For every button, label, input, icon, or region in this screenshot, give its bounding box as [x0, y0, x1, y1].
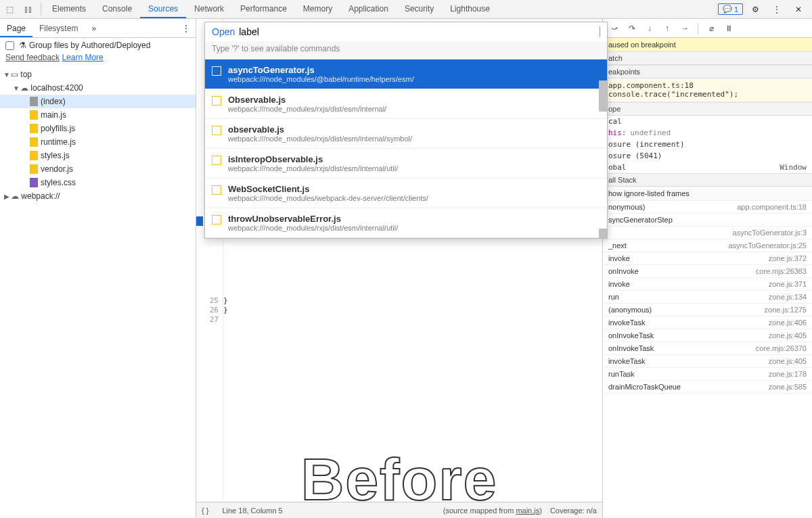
- file-icon: [212, 66, 221, 76]
- group-files-row: ⚗ Group files by Authored/Deployed: [0, 38, 196, 53]
- scope-closure[interactable]: osure (increment): [603, 139, 812, 150]
- file-icon: [30, 151, 38, 160]
- section-call-stack[interactable]: all Stack: [603, 173, 812, 187]
- scope-closure[interactable]: osure (5041): [603, 150, 812, 162]
- file-icon: [30, 97, 38, 106]
- devtools-topbar: ⬚ ⫿⫿ ElementsConsoleSourcesNetworkPerfor…: [0, 0, 812, 19]
- pause-banner: aused on breakpoint: [603, 38, 812, 51]
- call-stack-frame[interactable]: (anonymous)zone.js:1275: [603, 304, 812, 316]
- tree-file[interactable]: runtime.js: [0, 135, 196, 149]
- call-stack-frame[interactable]: drainMicroTaskQueuezone.js:585: [603, 381, 812, 394]
- tab-performance[interactable]: Performance: [232, 0, 295, 18]
- show-ignore-listed[interactable]: how ignore-listed frames: [603, 187, 812, 201]
- step-icon[interactable]: →: [679, 22, 691, 34]
- quick-open-result[interactable]: throwUnobservableError.jswebpack:///node…: [205, 208, 607, 238]
- breakpoint-item[interactable]: app.component.ts:18 console.trace("incre…: [603, 78, 812, 102]
- tab-lighthouse[interactable]: Lighthouse: [442, 0, 498, 18]
- cloud-icon: [20, 83, 28, 93]
- quick-open-results: asyncToGenerator.jswebpack:///node_modul…: [205, 60, 607, 238]
- quick-open-result[interactable]: isInteropObservable.jswebpack:///node_mo…: [205, 149, 607, 179]
- scrollbar-down-icon[interactable]: [599, 229, 607, 238]
- call-stack-frame[interactable]: invokezone.js:372: [603, 252, 812, 265]
- quick-open-hint: Type '?' to see available commands: [205, 41, 607, 60]
- quick-open-result[interactable]: WebSocketClient.jswebpack:///node_module…: [205, 179, 607, 208]
- close-icon[interactable]: ✕: [789, 0, 808, 19]
- file-icon: [30, 178, 38, 187]
- experiment-icon: ⚗: [19, 41, 26, 50]
- tree-top[interactable]: ▼▭ top: [0, 68, 196, 81]
- scope-global[interactable]: obalWindow: [603, 162, 812, 173]
- coverage-label: Coverage: n/a: [550, 507, 597, 515]
- cursor-position: Line 18, Column 5: [222, 507, 282, 515]
- tree-file[interactable]: main.js: [0, 108, 196, 122]
- debug-toolbar: ⤻ ↷ ↓ ↑ → ⌀ ⏸: [603, 19, 812, 38]
- inspect-icon[interactable]: ⬚: [0, 0, 19, 19]
- tab-application[interactable]: Application: [340, 0, 397, 18]
- quick-open-result[interactable]: Observable.jswebpack:///node_modules/rxj…: [205, 89, 607, 119]
- call-stack-frame[interactable]: invokeTaskzone.js:406: [603, 316, 812, 329]
- call-stack-frame[interactable]: invokeTaskzone.js:405: [603, 355, 812, 368]
- call-stack-frame[interactable]: runzone.js:134: [603, 291, 812, 304]
- call-stack-frame[interactable]: invokezone.js:371: [603, 278, 812, 291]
- section-scope[interactable]: ope: [603, 102, 812, 116]
- editor-status-bar: { } Line 18, Column 5 (source mapped fro…: [196, 502, 602, 518]
- pause-exceptions-icon[interactable]: ⏸: [723, 22, 735, 34]
- step-into-icon[interactable]: ↓: [644, 22, 656, 34]
- navigator-tabs: Page Filesystem » ⋮: [0, 19, 196, 38]
- file-icon: [30, 137, 38, 147]
- tab-memory[interactable]: Memory: [295, 0, 340, 18]
- navigator-more-icon[interactable]: ⋮: [177, 24, 196, 33]
- tab-console[interactable]: Console: [94, 0, 140, 18]
- tab-sources[interactable]: Sources: [140, 0, 186, 18]
- call-stack-frame[interactable]: nonymous)app.component.ts:18: [603, 201, 812, 214]
- feedback-badge[interactable]: 💬 1: [718, 3, 743, 15]
- scope-local[interactable]: cal: [603, 116, 812, 127]
- resume-icon[interactable]: ⤻: [608, 22, 621, 34]
- quick-open-input[interactable]: [239, 26, 600, 37]
- call-stack-frame[interactable]: onInvokeTaskcore.mjs:26370: [603, 342, 812, 355]
- source-map-link[interactable]: main.js: [516, 507, 539, 515]
- section-watch[interactable]: atch: [603, 51, 812, 65]
- call-stack-frame[interactable]: onInvokecore.mjs:26383: [603, 265, 812, 278]
- send-feedback-link[interactable]: Send feedback: [5, 53, 60, 62]
- learn-more-link[interactable]: Learn More: [62, 53, 103, 62]
- tab-filesystem[interactable]: Filesystem: [32, 19, 85, 37]
- section-breakpoints[interactable]: eakpoints: [603, 65, 812, 78]
- file-icon: [212, 96, 221, 105]
- quick-open-mode-label: Open: [212, 26, 235, 37]
- tab-security[interactable]: Security: [397, 0, 442, 18]
- tree-file[interactable]: (index): [0, 95, 196, 108]
- more-icon[interactable]: ⋮: [767, 0, 786, 19]
- step-out-icon[interactable]: ↑: [661, 22, 673, 34]
- call-stack-frame[interactable]: _nextasyncToGenerator.js:25: [603, 239, 812, 252]
- sources-navigator: Page Filesystem » ⋮ ⚗ Group files by Aut…: [0, 19, 196, 518]
- quick-open-result[interactable]: observable.jswebpack:///node_modules/rxj…: [205, 119, 607, 149]
- file-icon: [30, 164, 38, 174]
- tab-network[interactable]: Network: [186, 0, 232, 18]
- tab-page[interactable]: Page: [0, 19, 32, 37]
- tree-host[interactable]: ▼ localhost:4200: [0, 81, 196, 95]
- debugger-panel: ⤻ ↷ ↓ ↑ → ⌀ ⏸ aused on breakpoint atch e…: [602, 19, 812, 518]
- scrollbar-thumb[interactable]: [599, 80, 607, 112]
- quick-open-result[interactable]: asyncToGenerator.jswebpack:///node_modul…: [205, 60, 607, 89]
- step-over-icon[interactable]: ↷: [626, 22, 638, 34]
- group-files-label: Group files by Authored/Deployed: [29, 41, 150, 50]
- call-stack-frame[interactable]: onInvokeTaskzone.js:405: [603, 329, 812, 342]
- tree-file[interactable]: polyfills.js: [0, 122, 196, 135]
- call-stack-frame[interactable]: runTaskzone.js:178: [603, 368, 812, 381]
- call-stack-frame[interactable]: syncGeneratorStep: [603, 214, 812, 227]
- settings-icon[interactable]: ⚙: [746, 0, 765, 19]
- tree-webpack[interactable]: ▶ webpack://: [0, 189, 196, 203]
- file-icon: [30, 124, 38, 133]
- tab-elements[interactable]: Elements: [44, 0, 94, 18]
- tree-file[interactable]: vendor.js: [0, 162, 196, 176]
- tab-overflow-chevron[interactable]: »: [85, 19, 103, 37]
- pretty-print-icon[interactable]: { }: [202, 507, 208, 515]
- group-files-checkbox[interactable]: [5, 41, 14, 50]
- device-toggle-icon[interactable]: ⫿⫿: [19, 0, 38, 19]
- tree-file[interactable]: styles.css: [0, 176, 196, 189]
- deactivate-breakpoints-icon[interactable]: ⌀: [705, 22, 717, 34]
- tree-file[interactable]: styles.js: [0, 149, 196, 162]
- file-icon: [212, 185, 221, 195]
- call-stack-frame[interactable]: asyncToGenerator.js:3: [603, 227, 812, 239]
